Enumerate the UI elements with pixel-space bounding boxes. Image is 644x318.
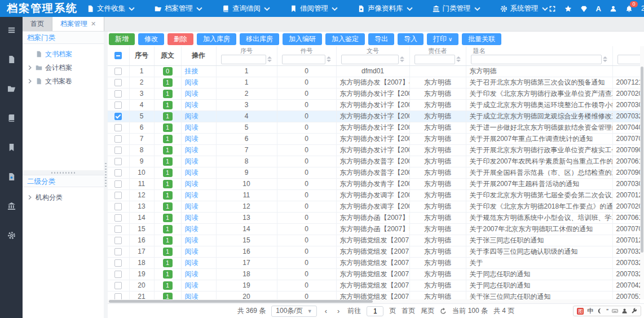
row-action-link[interactable]: 阅读 xyxy=(185,135,199,143)
ime-punctuation-toggle[interactable]: ” xyxy=(606,308,608,315)
top-menu-item-6[interactable]: 门类管理 xyxy=(433,4,481,14)
toolbar-button-5[interactable]: 移出库房 xyxy=(240,33,279,45)
keyboard-icon[interactable] xyxy=(612,308,618,314)
row-action-link[interactable]: 阅读 xyxy=(185,123,199,131)
toolbar-button-10[interactable]: 打印∨ xyxy=(427,33,458,45)
row-checkbox[interactable] xyxy=(114,101,122,109)
user-icon[interactable] xyxy=(610,5,617,12)
tree-item[interactable]: 会计档案 xyxy=(23,61,104,74)
tree-item[interactable]: 文书案卷 xyxy=(23,74,104,88)
moon-icon[interactable] xyxy=(597,308,603,314)
row-action-link[interactable]: 阅读 xyxy=(185,202,199,210)
row-action-link[interactable]: 阅读 xyxy=(185,157,199,165)
refresh-icon[interactable] xyxy=(440,308,447,315)
row-checkbox[interactable] xyxy=(114,180,122,188)
rail-folder-open-icon[interactable] xyxy=(7,85,16,93)
tree-item[interactable]: 文书档案 xyxy=(23,47,104,61)
row-checkbox[interactable] xyxy=(114,90,122,98)
row-action-link[interactable]: 阅读 xyxy=(185,90,199,98)
horizontal-scrollbar[interactable] xyxy=(108,299,640,303)
toolbar-button-8[interactable]: 导出 xyxy=(368,33,394,45)
chevron-right-icon[interactable] xyxy=(27,78,33,84)
filter-doc-input[interactable] xyxy=(341,55,399,64)
close-icon[interactable]: ✕ xyxy=(91,20,96,28)
font-size-icon[interactable]: A xyxy=(596,5,601,12)
sort-resp[interactable] xyxy=(456,56,461,62)
filter-date-input[interactable] xyxy=(617,55,641,64)
row-checkbox[interactable] xyxy=(114,147,122,154)
row-checkbox[interactable] xyxy=(114,135,122,143)
top-menu-item-1[interactable]: 文件收集 xyxy=(87,4,135,14)
row-action-link[interactable]: 阅读 xyxy=(185,78,199,86)
row-action-link[interactable]: 阅读 xyxy=(185,112,199,120)
row-checkbox[interactable] xyxy=(114,214,122,222)
row-action-link[interactable]: 阅读 xyxy=(185,225,199,233)
tab-1[interactable]: 首页 xyxy=(23,16,52,31)
row-action-link[interactable]: 阅读 xyxy=(185,236,199,244)
row-checkbox[interactable] xyxy=(114,203,122,210)
sort-title[interactable] xyxy=(603,56,608,62)
top-menu-item-4[interactable]: 借阅管理 xyxy=(290,4,338,14)
rail-file-media-icon[interactable] xyxy=(7,173,16,181)
row-action-link[interactable]: 阅读 xyxy=(185,293,199,300)
rail-gears-icon[interactable] xyxy=(7,231,16,240)
row-action-link[interactable]: 阅读 xyxy=(185,146,199,154)
row-checkbox[interactable] xyxy=(114,169,122,176)
row-checkbox[interactable] xyxy=(114,237,122,244)
prev-page-button[interactable]: ‹ xyxy=(323,307,329,315)
toolbar-button-6[interactable]: 加入编研 xyxy=(283,33,322,45)
ime-logo-icon[interactable]: 图 xyxy=(577,308,584,315)
row-checkbox[interactable] xyxy=(114,68,122,75)
toolbar-button-1[interactable]: 新增 xyxy=(109,33,135,45)
row-checkbox[interactable] xyxy=(114,79,122,86)
row-checkbox[interactable] xyxy=(114,293,122,300)
goto-page-input[interactable] xyxy=(367,306,383,316)
toolbar-button-2[interactable]: 修改 xyxy=(138,33,164,45)
toolbar-button-9[interactable]: 导入 xyxy=(398,33,424,45)
row-checkbox[interactable] xyxy=(114,226,122,233)
rail-bank-icon[interactable] xyxy=(7,202,16,210)
next-page-button[interactable]: › xyxy=(335,307,342,315)
row-action-link[interactable]: 阅读 xyxy=(185,281,199,289)
row-checkbox[interactable] xyxy=(114,124,122,131)
filter-title-input[interactable] xyxy=(471,55,602,64)
row-action-link[interactable]: 阅读 xyxy=(185,180,199,188)
top-menu-item-5[interactable]: 声像资料库 xyxy=(358,4,413,14)
row-checkbox[interactable] xyxy=(114,192,122,199)
row-action-link[interactable]: 阅读 xyxy=(185,259,199,267)
page-size-select[interactable]: 100条/页 ▼ xyxy=(271,306,316,317)
row-checkbox[interactable] xyxy=(114,113,122,120)
chevron-right-icon[interactable] xyxy=(27,65,33,70)
panel-splitter-horizontal[interactable] xyxy=(23,170,104,175)
row-checkbox[interactable] xyxy=(114,271,122,278)
ime-language-toggle[interactable]: 中 xyxy=(587,307,593,315)
row-action-link[interactable]: 阅读 xyxy=(185,191,199,199)
row-action-link[interactable]: 阅读 xyxy=(185,101,199,109)
rail-book-icon[interactable] xyxy=(7,114,16,122)
last-page-link[interactable]: 尾页 xyxy=(421,306,434,316)
vertical-scrollbar[interactable] xyxy=(640,46,644,299)
top-menu-item-2[interactable]: 档案管理 xyxy=(155,4,203,14)
rail-bookmark-icon[interactable] xyxy=(7,143,16,152)
row-action-link[interactable]: 挂接 xyxy=(185,67,199,75)
filter-resp-input[interactable] xyxy=(414,55,455,64)
chevron-right-icon[interactable] xyxy=(27,195,33,200)
row-action-link[interactable]: 阅读 xyxy=(185,270,199,278)
toolbar-button-3[interactable]: 删除 xyxy=(167,33,193,45)
row-action-link[interactable]: 阅读 xyxy=(185,248,199,255)
tab-2[interactable]: 档案管理✕ xyxy=(52,16,104,31)
top-menu-item-7[interactable]: 系统管理 xyxy=(500,4,549,14)
tree-item[interactable]: 机构分类 xyxy=(23,191,104,204)
gem-icon[interactable] xyxy=(580,5,588,12)
row-checkbox[interactable] xyxy=(114,248,122,255)
row-checkbox[interactable] xyxy=(114,158,122,165)
user-settings-icon[interactable] xyxy=(621,308,628,314)
filter-item-input[interactable] xyxy=(282,55,325,64)
rail-file-icon[interactable] xyxy=(7,55,16,64)
star-icon[interactable] xyxy=(564,5,572,12)
toolbar-button-11[interactable]: 批量关联 xyxy=(462,33,501,45)
fullscreen-icon[interactable] xyxy=(549,5,556,12)
rail-hamburger-icon[interactable] xyxy=(7,26,16,34)
row-action-link[interactable]: 阅读 xyxy=(185,169,199,176)
first-page-link[interactable]: 首页 xyxy=(402,306,415,316)
